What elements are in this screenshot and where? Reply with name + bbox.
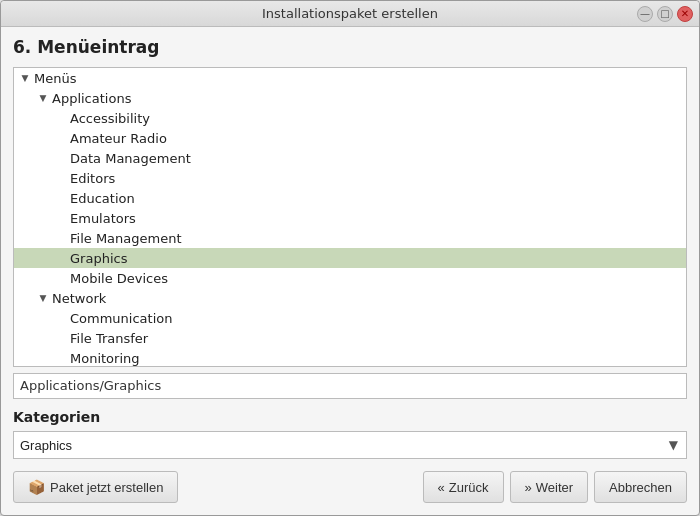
tree-item-applications[interactable]: ▼Applications <box>14 88 686 108</box>
tree-item-emulators[interactable]: Emulators <box>14 208 686 228</box>
tree-item-file-transfer[interactable]: File Transfer <box>14 328 686 348</box>
kategorien-label: Kategorien <box>13 409 687 425</box>
create-package-button[interactable]: 📦 Paket jetzt erstellen <box>13 471 178 503</box>
forward-button[interactable]: » Weiter <box>510 471 589 503</box>
expand-icon-menus: ▼ <box>18 73 32 83</box>
category-select[interactable]: GraphicsApplicationsAccessibilityAmateur… <box>14 432 686 458</box>
maximize-button[interactable]: □ <box>657 6 673 22</box>
page-title: 6. Menüeintrag <box>13 37 687 57</box>
expand-icon-applications: ▼ <box>36 93 50 103</box>
tree-label-amateur-radio: Amateur Radio <box>70 131 167 146</box>
tree-label-emulators: Emulators <box>70 211 136 226</box>
tree-item-data-management[interactable]: Data Management <box>14 148 686 168</box>
expand-icon-network: ▼ <box>36 293 50 303</box>
tree-label-education: Education <box>70 191 135 206</box>
tree-item-network[interactable]: ▼Network <box>14 288 686 308</box>
tree-item-graphics[interactable]: Graphics <box>14 248 686 268</box>
button-row: 📦 Paket jetzt erstellen « Zurück » Weite… <box>13 471 687 503</box>
tree-item-amateur-radio[interactable]: Amateur Radio <box>14 128 686 148</box>
tree-label-editors: Editors <box>70 171 115 186</box>
minimize-button[interactable]: — <box>637 6 653 22</box>
tree-item-mobile-devices[interactable]: Mobile Devices <box>14 268 686 288</box>
tree-label-menus: Menüs <box>34 71 76 86</box>
tree-label-network: Network <box>52 291 106 306</box>
titlebar: Installationspaket erstellen — □ ✕ <box>1 1 699 27</box>
tree-label-mobile-devices: Mobile Devices <box>70 271 168 286</box>
window-controls: — □ ✕ <box>637 6 693 22</box>
tree-label-file-management: File Management <box>70 231 182 246</box>
tree-label-monitoring: Monitoring <box>70 351 140 366</box>
window-title: Installationspaket erstellen <box>262 6 438 21</box>
path-field: Applications/Graphics <box>13 373 687 399</box>
close-button[interactable]: ✕ <box>677 6 693 22</box>
tree-item-editors[interactable]: Editors <box>14 168 686 188</box>
tree-item-accessibility[interactable]: Accessibility <box>14 108 686 128</box>
menu-tree[interactable]: ▼Menüs▼ApplicationsAccessibilityAmateur … <box>13 67 687 367</box>
tree-label-file-transfer: File Transfer <box>70 331 148 346</box>
content-area: 6. Menüeintrag ▼Menüs▼ApplicationsAccess… <box>1 27 699 515</box>
back-button[interactable]: « Zurück <box>423 471 504 503</box>
tree-item-monitoring[interactable]: Monitoring <box>14 348 686 367</box>
package-icon: 📦 <box>28 479 45 495</box>
tree-label-accessibility: Accessibility <box>70 111 150 126</box>
tree-item-menus[interactable]: ▼Menüs <box>14 68 686 88</box>
tree-label-data-management: Data Management <box>70 151 191 166</box>
cancel-button[interactable]: Abbrechen <box>594 471 687 503</box>
tree-label-graphics: Graphics <box>70 251 127 266</box>
tree-item-education[interactable]: Education <box>14 188 686 208</box>
tree-label-applications: Applications <box>52 91 131 106</box>
tree-label-communication: Communication <box>70 311 172 326</box>
tree-item-file-management[interactable]: File Management <box>14 228 686 248</box>
category-select-wrapper[interactable]: GraphicsApplicationsAccessibilityAmateur… <box>13 431 687 459</box>
main-window: Installationspaket erstellen — □ ✕ 6. Me… <box>0 0 700 516</box>
tree-item-communication[interactable]: Communication <box>14 308 686 328</box>
